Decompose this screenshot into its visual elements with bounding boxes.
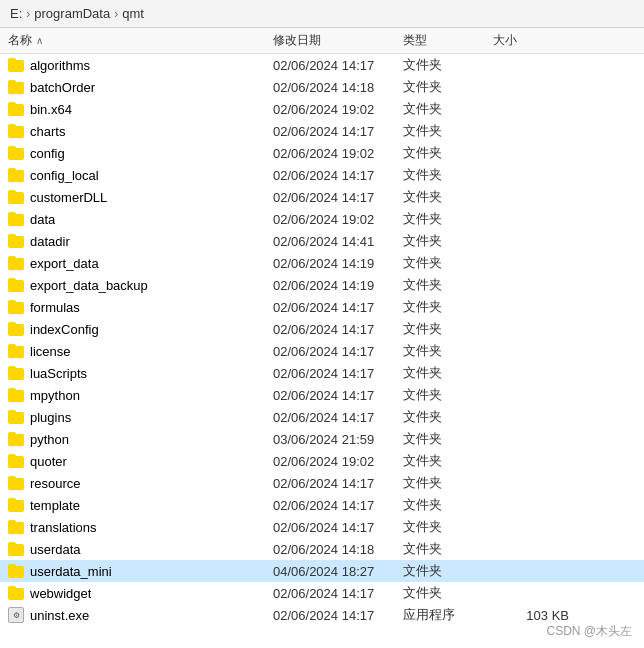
folder-icon xyxy=(8,124,24,138)
table-row[interactable]: datadir02/06/2024 14:41文件夹 xyxy=(0,230,644,252)
file-type: 文件夹 xyxy=(403,188,493,206)
address-bar: E: › programData › qmt xyxy=(0,0,644,28)
table-row[interactable]: export_data02/06/2024 14:19文件夹 xyxy=(0,252,644,274)
table-row[interactable]: charts02/06/2024 14:17文件夹 xyxy=(0,120,644,142)
table-row[interactable]: python03/06/2024 21:59文件夹 xyxy=(0,428,644,450)
folder-icon xyxy=(8,102,24,116)
file-name-cell: webwidget xyxy=(8,586,273,601)
file-name-cell: translations xyxy=(8,520,273,535)
table-row[interactable]: webwidget02/06/2024 14:17文件夹 xyxy=(0,582,644,604)
table-row[interactable]: data02/06/2024 19:02文件夹 xyxy=(0,208,644,230)
file-name-text: license xyxy=(30,344,70,359)
file-name-cell: charts xyxy=(8,124,273,139)
file-type: 文件夹 xyxy=(403,122,493,140)
table-row[interactable]: config02/06/2024 19:02文件夹 xyxy=(0,142,644,164)
file-name-text: webwidget xyxy=(30,586,91,601)
table-row[interactable]: translations02/06/2024 14:17文件夹 xyxy=(0,516,644,538)
file-name-cell: template xyxy=(8,498,273,513)
file-type: 文件夹 xyxy=(403,144,493,162)
file-date: 02/06/2024 14:17 xyxy=(273,58,403,73)
file-name-text: uninst.exe xyxy=(30,608,89,623)
folder-icon xyxy=(8,454,24,468)
file-name-text: indexConfig xyxy=(30,322,99,337)
table-row[interactable]: batchOrder02/06/2024 14:18文件夹 xyxy=(0,76,644,98)
file-name-text: datadir xyxy=(30,234,70,249)
file-name-cell: export_data_backup xyxy=(8,278,273,293)
table-row[interactable]: customerDLL02/06/2024 14:17文件夹 xyxy=(0,186,644,208)
file-name-text: translations xyxy=(30,520,96,535)
file-date: 02/06/2024 14:19 xyxy=(273,278,403,293)
folder-icon xyxy=(8,476,24,490)
file-date: 02/06/2024 19:02 xyxy=(273,146,403,161)
breadcrumb-drive[interactable]: E: xyxy=(10,6,22,21)
file-date: 03/06/2024 21:59 xyxy=(273,432,403,447)
table-row[interactable]: formulas02/06/2024 14:17文件夹 xyxy=(0,296,644,318)
table-row[interactable]: export_data_backup02/06/2024 14:19文件夹 xyxy=(0,274,644,296)
file-name-text: export_data_backup xyxy=(30,278,148,293)
table-row[interactable]: template02/06/2024 14:17文件夹 xyxy=(0,494,644,516)
file-name-text: luaScripts xyxy=(30,366,87,381)
table-row[interactable]: userdata_mini04/06/2024 18:27文件夹 xyxy=(0,560,644,582)
table-row[interactable]: algorithms02/06/2024 14:17文件夹 xyxy=(0,54,644,76)
folder-icon xyxy=(8,190,24,204)
file-name-text: customerDLL xyxy=(30,190,107,205)
file-name-text: python xyxy=(30,432,69,447)
file-type: 文件夹 xyxy=(403,474,493,492)
folder-icon xyxy=(8,256,24,270)
col-header-size[interactable]: 大小 xyxy=(493,32,573,49)
folder-icon xyxy=(8,322,24,336)
file-name-cell: formulas xyxy=(8,300,273,315)
table-row[interactable]: quoter02/06/2024 19:02文件夹 xyxy=(0,450,644,472)
file-date: 02/06/2024 14:19 xyxy=(273,256,403,271)
file-name-text: batchOrder xyxy=(30,80,95,95)
breadcrumb-path2[interactable]: qmt xyxy=(122,6,144,21)
table-row[interactable]: plugins02/06/2024 14:17文件夹 xyxy=(0,406,644,428)
column-headers: 名称 ∧ 修改日期 类型 大小 xyxy=(0,28,644,54)
file-name-cell: userdata xyxy=(8,542,273,557)
file-date: 02/06/2024 14:41 xyxy=(273,234,403,249)
file-size: 103 KB xyxy=(493,608,573,623)
file-date: 02/06/2024 14:17 xyxy=(273,344,403,359)
folder-icon xyxy=(8,388,24,402)
file-date: 02/06/2024 14:17 xyxy=(273,388,403,403)
file-name-text: formulas xyxy=(30,300,80,315)
folder-icon xyxy=(8,234,24,248)
file-name-cell: python xyxy=(8,432,273,447)
table-row[interactable]: mpython02/06/2024 14:17文件夹 xyxy=(0,384,644,406)
col-header-name[interactable]: 名称 ∧ xyxy=(8,32,273,49)
table-row[interactable]: license02/06/2024 14:17文件夹 xyxy=(0,340,644,362)
table-row[interactable]: luaScripts02/06/2024 14:17文件夹 xyxy=(0,362,644,384)
file-name-text: config_local xyxy=(30,168,99,183)
file-name-cell: datadir xyxy=(8,234,273,249)
table-row[interactable]: resource02/06/2024 14:17文件夹 xyxy=(0,472,644,494)
file-name-cell: indexConfig xyxy=(8,322,273,337)
file-date: 04/06/2024 18:27 xyxy=(273,564,403,579)
file-type: 应用程序 xyxy=(403,606,493,624)
table-row[interactable]: indexConfig02/06/2024 14:17文件夹 xyxy=(0,318,644,340)
folder-icon xyxy=(8,520,24,534)
col-header-date[interactable]: 修改日期 xyxy=(273,32,403,49)
breadcrumb-sep2: › xyxy=(114,7,118,21)
file-date: 02/06/2024 14:17 xyxy=(273,608,403,623)
file-name-cell: customerDLL xyxy=(8,190,273,205)
table-row[interactable]: userdata02/06/2024 14:18文件夹 xyxy=(0,538,644,560)
file-name-text: bin.x64 xyxy=(30,102,72,117)
file-type: 文件夹 xyxy=(403,452,493,470)
col-header-type[interactable]: 类型 xyxy=(403,32,493,49)
file-name-cell: ⚙uninst.exe xyxy=(8,607,273,623)
sort-arrow-icon: ∧ xyxy=(36,35,43,46)
file-type: 文件夹 xyxy=(403,320,493,338)
file-name-cell: algorithms xyxy=(8,58,273,73)
file-name-cell: export_data xyxy=(8,256,273,271)
file-name-cell: bin.x64 xyxy=(8,102,273,117)
table-row[interactable]: config_local02/06/2024 14:17文件夹 xyxy=(0,164,644,186)
folder-icon xyxy=(8,432,24,446)
file-name-text: charts xyxy=(30,124,65,139)
breadcrumb-sep1: › xyxy=(26,7,30,21)
file-type: 文件夹 xyxy=(403,408,493,426)
breadcrumb-path1[interactable]: programData xyxy=(34,6,110,21)
table-row[interactable]: bin.x6402/06/2024 19:02文件夹 xyxy=(0,98,644,120)
folder-icon xyxy=(8,366,24,380)
file-type: 文件夹 xyxy=(403,232,493,250)
file-name-cell: config xyxy=(8,146,273,161)
